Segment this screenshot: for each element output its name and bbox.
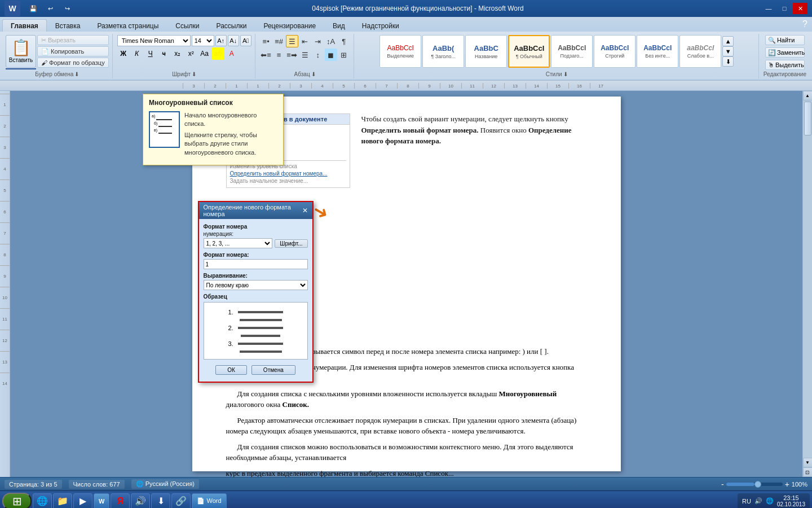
page-indicator: Страница: 3 из 5 bbox=[5, 480, 62, 489]
undo-btn[interactable]: ↩ bbox=[43, 3, 58, 14]
vyrav-select[interactable]: По левому краю bbox=[204, 280, 308, 290]
italic-btn[interactable]: К bbox=[131, 47, 143, 60]
scroll-bottom-btn[interactable]: ⊡ bbox=[803, 467, 813, 477]
numbering-btn[interactable]: ≡# bbox=[273, 35, 285, 47]
bullets-btn[interactable]: ≡• bbox=[260, 35, 272, 47]
paste-button[interactable]: 📋 Вставить bbox=[6, 35, 36, 68]
taskbar-ie[interactable]: 🌐 bbox=[33, 493, 52, 509]
redo-btn[interactable]: ↪ bbox=[60, 3, 74, 14]
taskbar-download[interactable]: ⬇ bbox=[151, 493, 170, 509]
superscript-btn[interactable]: x² bbox=[185, 47, 197, 60]
justify-btn[interactable]: ☰ bbox=[299, 49, 311, 61]
text-case-btn[interactable]: Аа bbox=[198, 47, 211, 60]
bold-btn[interactable]: Ж bbox=[117, 47, 130, 60]
font-size-select[interactable]: 14 bbox=[192, 35, 214, 46]
cancel-btn[interactable]: Отмена bbox=[251, 365, 295, 375]
sample-line-5: 3. bbox=[228, 340, 283, 347]
set-start-value-btn[interactable]: Задать начальное значение... bbox=[230, 178, 346, 184]
window-controls: — □ ✕ bbox=[761, 3, 807, 14]
ok-btn[interactable]: ОК bbox=[215, 365, 247, 375]
dialog-close-btn[interactable]: ✕ bbox=[302, 207, 308, 214]
cut-button[interactable]: ✂ Вырезать bbox=[37, 35, 109, 45]
tab-mailings[interactable]: Рассылки bbox=[208, 19, 255, 32]
copy-button[interactable]: 📄 Копировать bbox=[37, 46, 109, 56]
grow-font-btn[interactable]: A↑ bbox=[215, 35, 227, 46]
zoom-out-btn[interactable]: - bbox=[721, 480, 724, 489]
ribbon-help-btn[interactable]: ? bbox=[798, 17, 812, 32]
styles-expand-btn[interactable]: ⬇ bbox=[722, 56, 734, 67]
align-left-btn[interactable]: ⬅≡ bbox=[260, 49, 272, 61]
taskbar-explorer[interactable]: 📁 bbox=[53, 493, 72, 509]
numeraciya-select[interactable]: 1, 2, 3, ... bbox=[204, 238, 273, 248]
taskbar-media[interactable]: ▶ bbox=[73, 493, 92, 509]
align-right-btn[interactable]: ≡➡ bbox=[286, 49, 298, 61]
shading-btn[interactable]: ◼ bbox=[325, 49, 337, 61]
language-icon: 🌐 bbox=[136, 480, 144, 487]
replace-btn[interactable]: 🔄 Заменить bbox=[765, 47, 805, 58]
clipboard-small-btns: ✂ Вырезать 📄 Копировать 🖌 Формат по обра… bbox=[37, 35, 109, 68]
decrease-indent-btn[interactable]: ⇤ bbox=[299, 35, 311, 47]
sort-btn[interactable]: ↕A bbox=[325, 35, 337, 47]
style-slaboe-v[interactable]: aaBbCcI Слабое в... bbox=[679, 35, 721, 68]
tab-layout[interactable]: Разметка страницы bbox=[89, 19, 167, 32]
increase-indent-btn[interactable]: ⇥ bbox=[312, 35, 324, 47]
highlight-btn[interactable]: аб bbox=[212, 47, 224, 60]
taskbar-word-doc[interactable]: 📄 Word bbox=[192, 493, 226, 509]
multilevel-btn[interactable]: ☰ bbox=[286, 35, 298, 47]
start-button[interactable]: ⊞ bbox=[2, 493, 32, 509]
styles-scroll-up-btn[interactable]: ▲ bbox=[722, 36, 734, 46]
define-new-format-btn[interactable]: Определить новый формат номера... bbox=[230, 170, 346, 177]
style-obychny[interactable]: AaBbCcI ¶ Обычный bbox=[508, 35, 550, 68]
border-btn[interactable]: ⊞ bbox=[338, 49, 350, 61]
zoom-in-btn[interactable]: + bbox=[785, 480, 789, 489]
styles-scroll-down-btn[interactable]: ▼ bbox=[722, 46, 734, 56]
shrink-font-btn[interactable]: A↓ bbox=[228, 35, 239, 46]
maximize-btn[interactable]: □ bbox=[777, 3, 792, 14]
underline-btn[interactable]: Ч bbox=[144, 47, 157, 60]
zoom-slider[interactable] bbox=[726, 483, 783, 486]
find-btn[interactable]: 🔍 Найти bbox=[765, 35, 805, 45]
close-btn[interactable]: ✕ bbox=[793, 3, 807, 14]
tab-review[interactable]: Рецензирование bbox=[255, 19, 324, 32]
zoom-handle[interactable] bbox=[754, 481, 761, 488]
para-expand-icon[interactable]: ⬇ bbox=[311, 71, 316, 77]
tab-view[interactable]: Вид bbox=[324, 19, 354, 32]
style-strogiy[interactable]: AaBbCcI Строгий bbox=[594, 35, 636, 68]
scroll-down-btn[interactable]: ▼ bbox=[803, 458, 813, 467]
format-painter-button[interactable]: 🖌 Формат по образцу bbox=[37, 58, 109, 68]
quick-save-btn[interactable]: 💾 bbox=[26, 3, 41, 14]
line-spacing-btn[interactable]: ↕ bbox=[312, 49, 324, 61]
tab-home[interactable]: Главная bbox=[2, 19, 47, 32]
scroll-up-btn[interactable]: ▲ bbox=[803, 91, 813, 100]
taskbar-word[interactable]: W bbox=[94, 493, 109, 509]
clear-format-btn[interactable]: A⃝ bbox=[240, 35, 251, 46]
font-color-btn[interactable]: А bbox=[226, 47, 238, 60]
style-zagolovok[interactable]: AaBb( ¶ Заголо... bbox=[422, 35, 464, 68]
tab-insert[interactable]: Вставка bbox=[47, 19, 89, 32]
font-expand-icon[interactable]: ⬇ bbox=[192, 71, 196, 77]
font-name-select[interactable]: Times New Roman bbox=[117, 35, 191, 46]
scroll-thumb[interactable] bbox=[804, 102, 811, 135]
strikethrough-btn[interactable]: ч bbox=[158, 47, 170, 60]
subscript-btn[interactable]: x₂ bbox=[171, 47, 184, 60]
select-btn[interactable]: 🖱 Выделить bbox=[765, 60, 805, 70]
minimize-btn[interactable]: — bbox=[761, 3, 776, 14]
taskbar-yandex[interactable]: Я bbox=[111, 493, 130, 509]
style-nazvanie[interactable]: AaBbC Название bbox=[465, 35, 507, 68]
scroll-area[interactable]: Многоуровневый список а) б) в) Начало мн… bbox=[10, 91, 802, 477]
format-number-dialog[interactable]: Определение нового формата номера ✕ Форм… bbox=[198, 201, 314, 383]
taskbar-network[interactable]: 🔗 bbox=[171, 493, 191, 509]
tab-addins[interactable]: Надстройки bbox=[354, 19, 408, 32]
style-vydelenie[interactable]: AaBbCcI Выделение bbox=[379, 35, 421, 68]
tab-references[interactable]: Ссылки bbox=[167, 19, 208, 32]
tooltip-icon: а) б) в) bbox=[149, 111, 180, 148]
styles-expand-icon[interactable]: ⬇ bbox=[563, 71, 568, 77]
style-podzagolovok[interactable]: AaBbCcI Подзаго... bbox=[551, 35, 593, 68]
format-nomera-input[interactable] bbox=[204, 259, 308, 269]
style-bez-inte[interactable]: AaBbCcI Без инте... bbox=[637, 35, 678, 68]
taskbar-volume[interactable]: 🔊 bbox=[131, 493, 150, 509]
show-marks-btn[interactable]: ¶ bbox=[338, 35, 350, 47]
align-center-btn[interactable]: ≡ bbox=[273, 49, 285, 61]
clipboard-expand-icon[interactable]: ⬇ bbox=[74, 71, 79, 77]
shrift-btn[interactable]: Шрифт... bbox=[275, 239, 307, 248]
